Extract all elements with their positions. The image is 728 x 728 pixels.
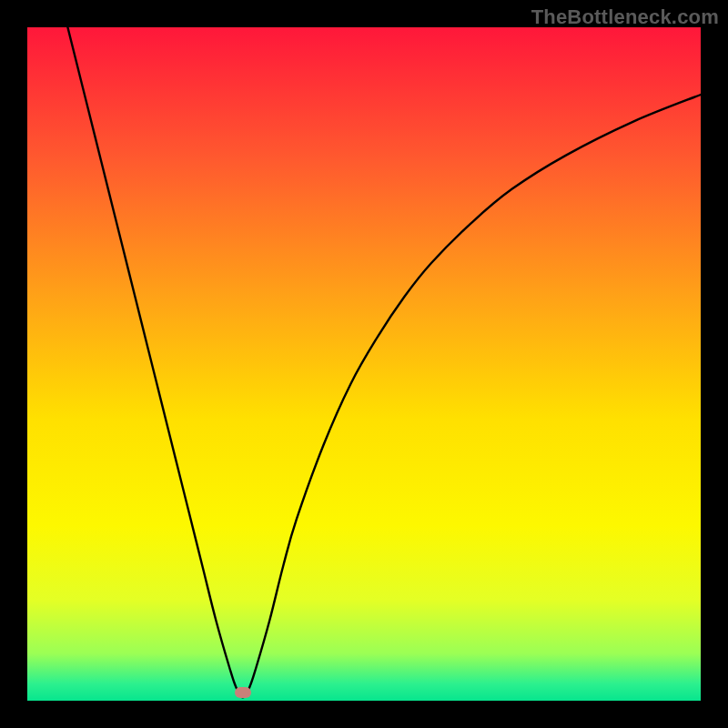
- watermark-text: TheBottleneck.com: [531, 5, 719, 29]
- bottleneck-curve: [67, 27, 701, 697]
- chart-stage: TheBottleneck.com: [0, 0, 728, 728]
- curve-layer: [27, 27, 701, 701]
- bottleneck-marker: [235, 687, 251, 698]
- plot-area: [27, 27, 701, 701]
